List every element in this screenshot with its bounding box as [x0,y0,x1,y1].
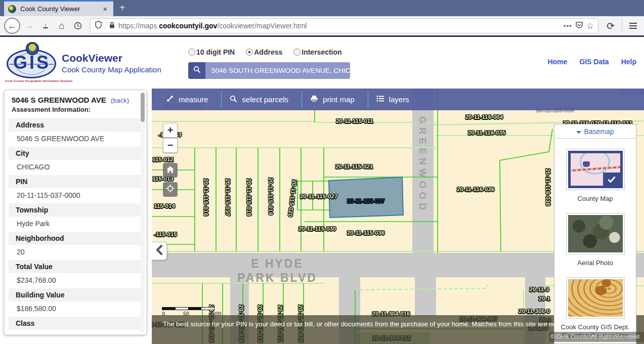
field-label: Class [9,317,142,330]
parcel-label: 20-11-115-019 [268,178,274,215]
house-icon [166,165,175,176]
back-link[interactable]: (back) [111,97,129,104]
browser-toolbar: ← → ↓ ⌂ https://maps.cookcountyil.gov/co… [0,16,644,37]
parcel-label: 20-11-115-027 [300,193,337,199]
field-value: 209 [5,330,146,335]
county-seal-icon [26,42,39,55]
parcel-label: 20-11-115-036 [347,230,384,236]
basemap-title: Basemap [584,127,614,136]
tab-title: Cook County Viewer [20,5,97,13]
parcel-label: 20-11-115-021 [335,163,373,169]
parcel-label: 20-11-115-011 [336,118,373,124]
sidebar-scrollbar[interactable] [141,93,145,332]
sidebar-subtitle: Assessment Information: [12,106,139,113]
search-box [188,62,350,79]
basemap-option-cook-county-gis-dept-elevation-contour-map[interactable]: Cook County GIS Dept. Elevation Contour … [554,277,636,340]
forward-button[interactable]: → [22,19,36,33]
field-label: Address [9,118,142,132]
basemap-thumbnail[interactable] [566,277,625,319]
scrollbar-thumb[interactable] [141,93,145,122]
tab-bar: Cook County Viewer × + [0,0,644,16]
locate-button[interactable] [163,182,178,197]
selected-parcel-label: 20-11-115-037 [347,198,384,204]
divider [105,21,106,30]
zoom-in-button[interactable]: + [163,123,178,138]
print-map-button[interactable]: print map [302,89,368,110]
parcel-label: -115-015 [154,231,177,237]
basemap-header[interactable]: Basemap [554,124,636,139]
field-value: 20-11-115-037-0000 [5,188,146,200]
header-nav-links: HomeGIS DataHelp [547,58,636,66]
pin-notice-text: The best source for your PIN is your dee… [163,320,595,328]
reload-button[interactable]: ⟳ [604,19,618,33]
search-button[interactable] [188,62,205,79]
search-mode-intersection[interactable]: Intersection [293,48,341,56]
parcel-label: 20-11-115-018 [246,179,252,216]
parcel-label: 20-11-116-035 [468,130,505,136]
history-button[interactable] [71,19,85,33]
downloads-button[interactable]: ↓ [38,19,53,33]
copyright-text: © Cook County. All Rights Reserved. [549,332,644,342]
download-bar-icon [43,27,48,28]
page-actions-icon[interactable]: ••• [564,22,572,30]
bookmark-star-icon[interactable]: ☆ [586,21,594,31]
radio-icon[interactable] [246,49,253,56]
basemap-thumbnail[interactable] [566,213,625,254]
nav-link-gis-data[interactable]: GIS Data [579,58,609,66]
tab-close-icon[interactable]: × [101,5,109,13]
field-value: $186,580.00 [5,302,146,314]
field-value: 5046 S GREENWOOD AVE [5,132,146,144]
parcel-label: 20-11-305-0 [519,308,550,314]
measure-button[interactable]: measure [158,89,221,110]
search-input[interactable] [205,62,350,79]
basemap-option-aerial-photo[interactable]: Aerial Photo [554,213,636,267]
basemap-thumbnail[interactable] [566,149,625,190]
field-value: $234,768.00 [5,273,146,285]
toolbar-button-label: measure [179,95,208,104]
field-label: Neighborhood [9,232,142,245]
home-button[interactable]: ⌂ [55,19,69,33]
search-icon [193,66,201,75]
select-parcels-button[interactable]: select parcels [222,89,302,110]
parcel-label: 20-11-116-038 [545,168,551,206]
selected-check-icon [603,173,620,186]
sidebar-collapse-button[interactable] [152,242,167,260]
aerial-photo-thumb [568,215,623,252]
map-home-button[interactable] [163,163,178,178]
gis-logo-text: GIS [5,52,59,73]
url-text[interactable]: https://maps.cookcountyil.gov/cookviewer… [118,22,561,30]
radio-icon[interactable] [293,49,300,56]
crosshair-locate-icon [166,184,175,195]
layers-button[interactable]: layers [368,89,422,110]
parcel-label: 115-014 [154,203,175,209]
nav-link-home[interactable]: Home [547,58,567,66]
basemap-option-county-map[interactable]: County Map [554,149,636,203]
new-tab-button[interactable]: + [119,2,125,14]
nav-link-help[interactable]: Help [621,58,636,66]
hamburger-menu-button[interactable] [626,21,640,31]
field-value: CHICAGO [5,160,146,172]
field-value: 20 [5,245,146,257]
back-button[interactable]: ← [4,18,20,34]
tracking-protection-shield-icon[interactable] [95,21,102,31]
street-label: PARK BLVD [237,271,317,285]
logo-caption: Cook County Geographic Information Syste… [5,79,59,82]
field-label: Total Value [9,260,142,273]
parcel-label: 20-11-116-004 [465,114,503,120]
magnifier-icon [230,95,237,104]
field-value: Hyde Park [5,217,146,229]
pocket-icon[interactable] [575,21,583,31]
search-mode-address[interactable]: Address [246,48,282,56]
https-lock-icon[interactable] [109,21,115,31]
zoom-out-button[interactable]: − [163,138,178,153]
search-mode-10-digit-pin[interactable]: 10 digit PIN [188,48,235,56]
map-toolbar: measureselect parcelsprint maplayers [152,89,644,110]
app-header: GIS Cook County Geographic Information S… [0,38,644,86]
street-label: S GREENWOOD [417,100,428,213]
toolbar-button-label: select parcels [242,95,288,104]
browser-tab[interactable]: Cook County Viewer × [4,0,113,16]
radio-label: Intersection [302,48,341,56]
elevation-contour-thumb [568,279,623,317]
radio-icon[interactable] [188,49,195,56]
url-bar[interactable]: https://maps.cookcountyil.gov/cookviewer… [90,18,598,33]
